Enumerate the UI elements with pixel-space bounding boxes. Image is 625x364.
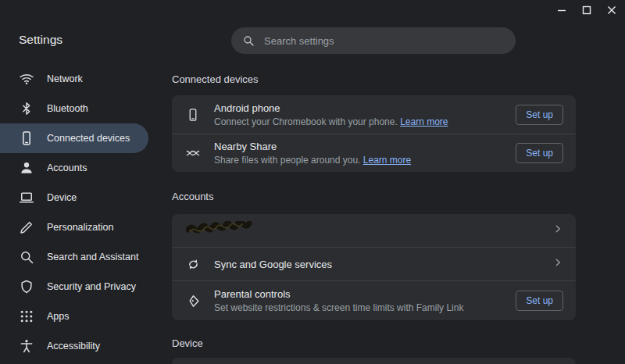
sidebar-item-label: Connected devices	[47, 133, 130, 144]
row-description: Connect your Chromebook with your phone.	[214, 116, 400, 127]
nearby-share-row: Nearby Share Share files with people aro…	[172, 134, 576, 172]
device-card	[172, 358, 576, 364]
section-title-device: Device	[172, 337, 203, 349]
apps-grid-icon	[19, 309, 34, 324]
sidebar-item-label: Bluetooth	[47, 103, 88, 114]
learn-more-link[interactable]: Learn more	[363, 155, 411, 166]
sidebar-item-personalization[interactable]: Personalization	[0, 212, 148, 242]
chevron-right-icon	[552, 257, 563, 271]
sidebar-item-label: Network	[47, 73, 83, 84]
nearby-share-icon	[184, 145, 202, 162]
row-subtitle: Set website restrictions & screen time l…	[214, 302, 516, 313]
sidebar-item-accounts[interactable]: Accounts	[0, 153, 148, 183]
sidebar-item-device[interactable]: Device	[0, 183, 148, 212]
nearby-share-text: Nearby Share Share files with people aro…	[214, 141, 516, 166]
sidebar-item-search-and-assistant[interactable]: Search and Assistant	[0, 242, 148, 272]
laptop-icon	[19, 190, 34, 205]
accounts-card: Sync and Google services Parental contro…	[172, 214, 576, 320]
shield-icon	[19, 279, 34, 294]
main-content: Connected devices Android phone Connect …	[172, 62, 625, 364]
sidebar-item-connected-devices[interactable]: Connected devices	[0, 123, 148, 153]
sync-row-text: Sync and Google services	[214, 259, 552, 270]
family-link-icon	[184, 292, 202, 309]
section-title-accounts: Accounts	[172, 191, 213, 202]
search-icon	[242, 34, 255, 47]
row-title: Parental controls	[214, 288, 516, 300]
sidebar-item-network[interactable]: Network	[0, 64, 148, 94]
sidebar-item-label: Accounts	[47, 162, 87, 173]
account-profile-row[interactable]	[172, 214, 576, 247]
person-icon	[19, 160, 34, 176]
maximize-button[interactable]	[580, 3, 594, 17]
page-title: Settings	[19, 33, 62, 47]
sidebar-item-bluetooth[interactable]: Bluetooth	[0, 94, 148, 123]
pen-icon	[19, 219, 34, 235]
smartphone-icon	[19, 130, 34, 146]
minimize-button[interactable]	[555, 3, 569, 17]
redacted-account-scribble	[186, 221, 264, 240]
sidebar-item-apps[interactable]: Apps	[0, 302, 148, 331]
close-icon	[607, 5, 616, 15]
learn-more-link[interactable]: Learn more	[400, 116, 448, 127]
sidebar-item-label: Apps	[47, 311, 70, 322]
bluetooth-icon	[19, 101, 34, 116]
row-subtitle: Connect your Chromebook with your phone.…	[214, 116, 516, 127]
parental-controls-row: Parental controls Set website restrictio…	[172, 281, 576, 320]
sidebar: Network Bluetooth Connected devices Acco…	[0, 64, 172, 361]
android-phone-text: Android phone Connect your Chromebook wi…	[214, 102, 516, 127]
row-subtitle: Share files with people around you. Lear…	[214, 155, 516, 166]
sidebar-item-accessibility[interactable]: Accessibility	[0, 331, 148, 361]
search-icon	[19, 249, 34, 265]
settings-window: { "window_controls": { "minimize_icon": …	[0, 0, 625, 364]
connected-devices-card: Android phone Connect your Chromebook wi…	[172, 95, 576, 172]
section-title-connected-devices: Connected devices	[172, 73, 259, 85]
sidebar-item-label: Search and Assistant	[47, 252, 138, 262]
android-phone-setup-button[interactable]: Set up	[516, 105, 563, 125]
chevron-right-icon	[552, 223, 563, 237]
sync-and-google-services-row[interactable]: Sync and Google services	[172, 248, 576, 280]
sidebar-item-label: Device	[47, 192, 77, 203]
minimize-icon	[557, 5, 566, 15]
accessibility-icon	[19, 338, 34, 354]
row-description: Share files with people around you.	[214, 155, 363, 166]
row-title: Android phone	[214, 102, 516, 114]
parental-controls-text: Parental controls Set website restrictio…	[214, 288, 516, 313]
sync-icon	[184, 255, 202, 273]
sidebar-item-label: Personalization	[47, 222, 113, 233]
sidebar-item-label: Accessibility	[47, 341, 100, 352]
wifi-icon	[19, 71, 34, 87]
sidebar-item-security-and-privacy[interactable]: Security and Privacy	[0, 272, 148, 302]
search-bar[interactable]	[231, 27, 516, 54]
row-title: Nearby Share	[214, 141, 516, 152]
maximize-icon	[582, 5, 591, 15]
parental-controls-setup-button[interactable]: Set up	[516, 291, 563, 311]
search-input[interactable]	[264, 35, 505, 47]
android-phone-row: Android phone Connect your Chromebook wi…	[172, 95, 576, 134]
close-button[interactable]	[605, 3, 619, 17]
smartphone-icon	[184, 106, 202, 123]
window-controls	[555, 3, 619, 17]
sidebar-item-label: Security and Privacy	[47, 281, 136, 292]
row-title: Sync and Google services	[214, 259, 552, 270]
nearby-share-setup-button[interactable]: Set up	[516, 143, 563, 163]
